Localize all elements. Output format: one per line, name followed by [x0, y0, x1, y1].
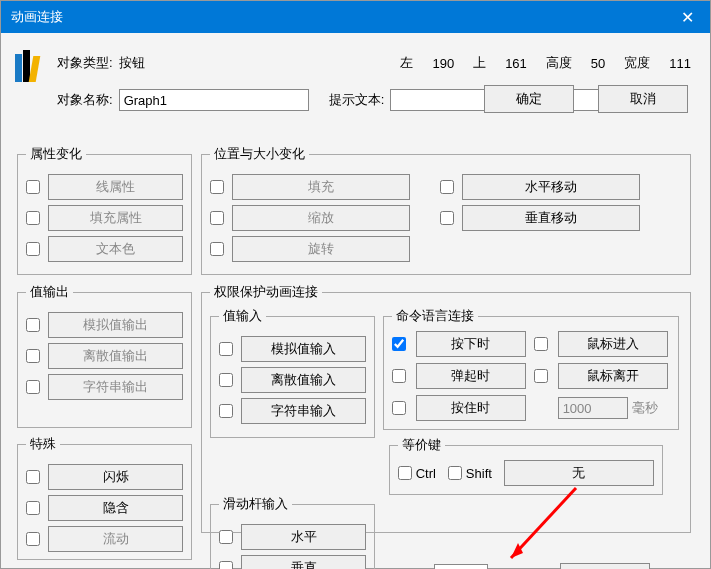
btn-string-out[interactable]: 字符串输出 — [48, 374, 183, 400]
btn-rotate[interactable]: 旋转 — [232, 236, 410, 262]
width-value: 111 — [669, 56, 691, 71]
btn-analog-out[interactable]: 模拟值输出 — [48, 312, 183, 338]
top-label: 上 — [473, 54, 486, 72]
group-pos-size: 位置与大小变化 填充 缩放 旋转 水平移动 垂直移动 — [201, 145, 691, 275]
chk-fill-attr[interactable] — [26, 211, 40, 225]
group-equiv-key: 等价键 Ctrl Shift 无 — [389, 436, 663, 495]
ctrl-label: Ctrl — [416, 466, 436, 481]
btn-discrete-out[interactable]: 离散值输出 — [48, 343, 183, 369]
chk-analog-in[interactable] — [219, 342, 233, 356]
chk-fill[interactable] — [210, 180, 224, 194]
btn-on-hold[interactable]: 按住时 — [416, 395, 526, 421]
obj-name-input[interactable] — [119, 89, 309, 111]
hold-ms-box: 1000 — [558, 397, 628, 419]
titlebar: 动画连接 ✕ — [1, 1, 710, 33]
chk-slider-v[interactable] — [219, 561, 233, 569]
btn-line-attr[interactable]: 线属性 — [48, 174, 183, 200]
group-permission: 权限保护动画连接 值输入 模拟值输入 离散值输入 字符串输入 命令语言连接 按下… — [201, 283, 691, 533]
chk-discrete-out[interactable] — [26, 349, 40, 363]
chk-mouse-enter[interactable] — [534, 337, 548, 351]
chk-flow[interactable] — [26, 532, 40, 546]
chk-on-press[interactable] — [392, 337, 406, 351]
obj-type-value: 按钮 — [119, 54, 145, 72]
left-value: 190 — [432, 56, 454, 71]
chk-ctrl[interactable] — [398, 466, 412, 480]
chk-blink[interactable] — [26, 470, 40, 484]
books-icon — [15, 44, 53, 82]
priority-value[interactable]: 0 — [434, 564, 488, 569]
chk-slider-h[interactable] — [219, 530, 233, 544]
group-slider-in: 滑动杆输入 水平 垂直 — [210, 495, 375, 569]
height-label: 高度 — [546, 54, 572, 72]
chk-hide[interactable] — [26, 501, 40, 515]
group-cmd-legend: 命令语言连接 — [392, 307, 478, 325]
btn-mouse-leave[interactable]: 鼠标离开 — [558, 363, 668, 389]
group-pos-legend: 位置与大小变化 — [210, 145, 309, 163]
chk-line-attr[interactable] — [26, 180, 40, 194]
btn-on-press[interactable]: 按下时 — [416, 331, 526, 357]
group-special: 特殊 闪烁 隐含 流动 — [17, 435, 192, 560]
group-cmd-lang: 命令语言连接 按下时 鼠标进入 弹起时 鼠标离开 按住时 — [383, 307, 679, 430]
chk-analog-out[interactable] — [26, 318, 40, 332]
close-icon[interactable]: ✕ — [664, 1, 710, 33]
group-value-out: 值输出 模拟值输出 离散值输出 字符串输出 — [17, 283, 192, 428]
chk-string-out[interactable] — [26, 380, 40, 394]
btn-fill-attr[interactable]: 填充属性 — [48, 205, 183, 231]
btn-analog-in[interactable]: 模拟值输入 — [241, 336, 366, 362]
group-valin-legend: 值输入 — [219, 307, 266, 325]
btn-slider-v[interactable]: 垂直 — [241, 555, 366, 569]
btn-blink[interactable]: 闪烁 — [48, 464, 183, 490]
top-value: 161 — [505, 56, 527, 71]
shift-label: Shift — [466, 466, 492, 481]
hint-label: 提示文本: — [329, 91, 385, 109]
btn-hide[interactable]: 隐含 — [48, 495, 183, 521]
group-attr-legend: 属性变化 — [26, 145, 86, 163]
btn-safezone[interactable]: ... — [560, 563, 650, 569]
chk-zoom[interactable] — [210, 211, 224, 225]
btn-slider-h[interactable]: 水平 — [241, 524, 366, 550]
btn-text-color[interactable]: 文本色 — [48, 236, 183, 262]
chk-shift[interactable] — [448, 466, 462, 480]
ok-button[interactable]: 确定 — [484, 85, 574, 113]
btn-on-release[interactable]: 弹起时 — [416, 363, 526, 389]
width-label: 宽度 — [624, 54, 650, 72]
btn-fill[interactable]: 填充 — [232, 174, 410, 200]
chk-on-hold[interactable] — [392, 401, 406, 415]
group-equiv-legend: 等价键 — [398, 436, 445, 454]
chk-text-color[interactable] — [26, 242, 40, 256]
btn-discrete-in[interactable]: 离散值输入 — [241, 367, 366, 393]
hold-ms-label: 毫秒 — [632, 399, 658, 417]
group-perm-legend: 权限保护动画连接 — [210, 283, 322, 301]
dimensions: 左 190 上 161 高度 50 宽度 111 — [390, 54, 696, 72]
chk-hmove[interactable] — [440, 180, 454, 194]
btn-zoom[interactable]: 缩放 — [232, 205, 410, 231]
group-valout-legend: 值输出 — [26, 283, 73, 301]
chk-mouse-leave[interactable] — [534, 369, 548, 383]
chk-discrete-in[interactable] — [219, 373, 233, 387]
btn-vmove[interactable]: 垂直移动 — [462, 205, 640, 231]
chk-vmove[interactable] — [440, 211, 454, 225]
btn-mouse-enter[interactable]: 鼠标进入 — [558, 331, 668, 357]
chk-string-in[interactable] — [219, 404, 233, 418]
chk-on-release[interactable] — [392, 369, 406, 383]
height-value: 50 — [591, 56, 605, 71]
group-attr-change: 属性变化 线属性 填充属性 文本色 — [17, 145, 192, 275]
group-value-in: 值输入 模拟值输入 离散值输入 字符串输入 — [210, 307, 375, 438]
group-slide-legend: 滑动杆输入 — [219, 495, 292, 513]
btn-string-in[interactable]: 字符串输入 — [241, 398, 366, 424]
btn-flow[interactable]: 流动 — [48, 526, 183, 552]
btn-hmove[interactable]: 水平移动 — [462, 174, 640, 200]
chk-rotate[interactable] — [210, 242, 224, 256]
btn-equiv-key[interactable]: 无 — [504, 460, 654, 486]
cancel-button[interactable]: 取消 — [598, 85, 688, 113]
group-special-legend: 特殊 — [26, 435, 60, 453]
left-label: 左 — [400, 54, 413, 72]
obj-name-label: 对象名称: — [57, 91, 113, 109]
obj-type-label: 对象类型: — [57, 54, 113, 72]
window-title: 动画连接 — [11, 8, 63, 26]
